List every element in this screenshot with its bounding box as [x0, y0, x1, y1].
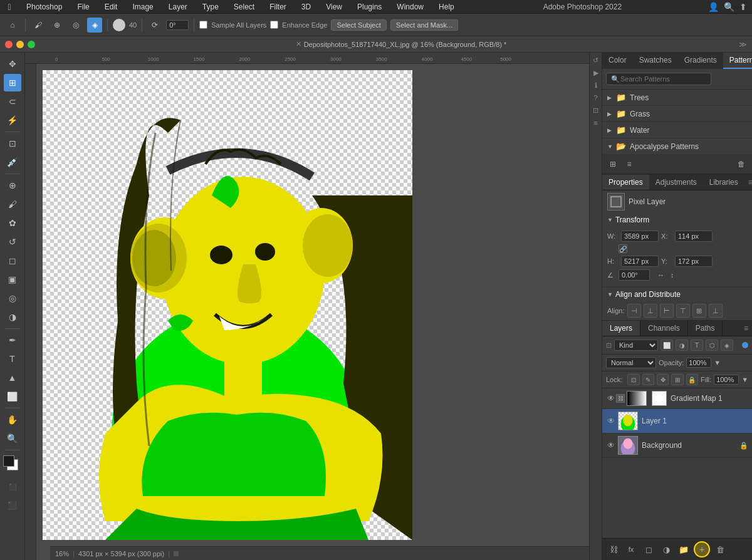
eyedropper-tool[interactable]: 💉 — [4, 153, 21, 171]
gradient-tool[interactable]: ▣ — [4, 271, 21, 288]
layer-link-icon[interactable]: ⛓ — [606, 542, 621, 556]
home-icon[interactable]: ⌂ — [5, 18, 20, 33]
menu-file[interactable]: File — [75, 3, 91, 11]
learn-icon[interactable]: ? — [591, 93, 601, 103]
align-section-header[interactable]: ▼ Align and Distribute — [602, 288, 752, 301]
canvas-container[interactable] — [36, 64, 589, 560]
apple-icon[interactable]:  — [5, 3, 14, 11]
transform-section-header[interactable]: ▼ Transform — [602, 213, 752, 227]
tab-color[interactable]: Color — [602, 53, 633, 69]
crop-tool[interactable]: ⊡ — [4, 135, 21, 152]
maximize-button[interactable] — [28, 41, 35, 48]
text-tool[interactable]: T — [4, 350, 21, 368]
lasso-tool[interactable]: ⊂ — [4, 93, 21, 110]
user-icon[interactable]: 👤 — [708, 2, 719, 12]
move-tool[interactable]: ✥ — [4, 55, 21, 73]
history-icon[interactable]: ↺ — [591, 55, 601, 65]
align-top-icon[interactable]: ⊤ — [676, 304, 690, 318]
lock-transparency-icon[interactable]: 🔒 — [686, 374, 698, 385]
layer-visibility-layer1[interactable]: 👁 — [606, 416, 616, 426]
link-wh-icon[interactable]: 🔗 — [619, 244, 627, 253]
width-field[interactable] — [621, 231, 659, 242]
layer-adjustment-icon[interactable]: ◑ — [659, 542, 674, 556]
tab-paths[interactable]: Paths — [688, 321, 723, 336]
dodge-tool[interactable]: ◑ — [4, 308, 21, 326]
share-icon[interactable]: ⬆ — [739, 2, 747, 12]
brush-tool[interactable]: 🖌 — [4, 195, 21, 213]
align-left-icon[interactable]: ⊣ — [627, 304, 641, 318]
pattern-group-trees[interactable]: ▶ 📁 Trees — [602, 90, 752, 106]
menu-type[interactable]: Type — [200, 3, 221, 11]
pen-tool[interactable]: ✒ — [4, 331, 21, 349]
pattern-group-grass[interactable]: ▶ 📁 Grass — [602, 106, 752, 122]
lock-all-icon[interactable]: ⊞ — [671, 374, 683, 385]
collapse-panels-icon[interactable]: ≫ — [739, 40, 747, 49]
filter-kind-select[interactable]: Kind — [614, 340, 658, 351]
tab-channels[interactable]: Channels — [640, 321, 688, 336]
shape-tool[interactable]: ⬜ — [4, 388, 21, 405]
menu-layer[interactable]: Layer — [166, 3, 190, 11]
flip-h-icon[interactable]: ↔ — [657, 271, 664, 279]
menu-select[interactable]: Select — [231, 3, 257, 11]
quick-selection-icon[interactable]: ⊕ — [50, 18, 65, 33]
blur-tool[interactable]: ◎ — [4, 289, 21, 307]
patterns-grid-view-icon[interactable]: ⊞ — [606, 157, 620, 171]
patterns-list-view-icon[interactable]: ≡ — [622, 157, 636, 171]
screen-mode-icon[interactable]: ⬛ — [4, 497, 21, 514]
magic-wand-tool[interactable]: ⚡ — [4, 111, 21, 129]
layers-panel-menu-icon[interactable]: ≡ — [740, 321, 752, 336]
fill-input[interactable] — [714, 375, 739, 385]
height-field[interactable] — [621, 256, 659, 267]
enhance-edge-checkbox[interactable] — [270, 21, 278, 29]
prop-panel-menu-icon[interactable]: ≡ — [744, 175, 752, 190]
panel-icon-1[interactable]: ≡ — [591, 118, 601, 128]
selection-tool-icon[interactable]: ◈ — [87, 18, 102, 33]
select-subject-button[interactable]: Select Subject — [331, 19, 386, 31]
menu-3d[interactable]: 3D — [299, 3, 313, 11]
angle-input[interactable] — [166, 20, 189, 30]
select-and-mask-button[interactable]: Select and Mask... — [390, 19, 459, 31]
flip-v-icon[interactable]: ↕ — [671, 271, 674, 279]
opacity-input[interactable] — [686, 358, 711, 368]
foreground-color-swatch[interactable] — [3, 455, 14, 467]
search-icon[interactable]: 🔍 — [724, 2, 734, 12]
brush-tool-icon[interactable]: 🖌 — [31, 18, 46, 33]
layer-folder-icon[interactable]: 📁 — [676, 542, 691, 556]
menu-plugins[interactable]: Plugins — [355, 3, 384, 11]
navigator-icon[interactable]: ⊡ — [591, 105, 601, 115]
tab-libraries[interactable]: Libraries — [703, 175, 744, 190]
layer-row-background[interactable]: 👁 Background 🔒 — [602, 433, 752, 458]
tab-gradients[interactable]: Gradients — [678, 53, 723, 69]
tab-swatches[interactable]: Swatches — [633, 53, 678, 69]
minimize-button[interactable] — [16, 41, 24, 48]
selection-brush-tool[interactable]: ⊞ — [4, 74, 21, 91]
tab-adjustments[interactable]: Adjustments — [649, 175, 703, 190]
history-brush-tool[interactable]: ↺ — [4, 233, 21, 251]
menu-edit[interactable]: Edit — [102, 3, 120, 11]
path-selection-tool[interactable]: ▲ — [4, 369, 21, 386]
pattern-group-apocalypse[interactable]: ▼ 📂 Apocalypse Patterns — [602, 138, 752, 155]
menu-filter[interactable]: Filter — [267, 3, 289, 11]
clone-stamp-tool[interactable]: ✿ — [4, 214, 21, 232]
lasso-tool-icon[interactable]: ◎ — [68, 18, 83, 33]
y-field[interactable] — [675, 256, 713, 267]
play-icon[interactable]: ▶ — [591, 68, 601, 78]
filter-adjustment-icon[interactable]: ◑ — [676, 340, 688, 351]
align-center-v-icon[interactable]: ⊞ — [692, 304, 706, 318]
layer-visibility-background[interactable]: 👁 — [606, 440, 616, 450]
menu-image[interactable]: Image — [130, 3, 155, 11]
filter-smart-icon[interactable]: ◈ — [721, 340, 733, 351]
filter-pixel-icon[interactable]: ⬜ — [661, 340, 673, 351]
fill-arrow-icon[interactable]: ▼ — [741, 376, 748, 383]
layer-row-layer1[interactable]: 👁 — [602, 409, 752, 433]
x-field[interactable] — [675, 231, 713, 242]
sample-all-layers-checkbox[interactable] — [199, 21, 207, 29]
align-bottom-icon[interactable]: ⊥ — [709, 304, 723, 318]
layer-visibility-gradient-map[interactable]: 👁 — [606, 393, 616, 403]
eraser-tool[interactable]: ◻ — [4, 252, 21, 269]
tab-properties[interactable]: Properties — [602, 175, 649, 190]
filter-type-icon[interactable]: T — [691, 340, 703, 351]
menu-photoshop[interactable]: Photoshop — [24, 3, 65, 11]
lock-pixels-icon[interactable]: ⊡ — [627, 374, 639, 385]
menu-window[interactable]: Window — [394, 3, 426, 11]
